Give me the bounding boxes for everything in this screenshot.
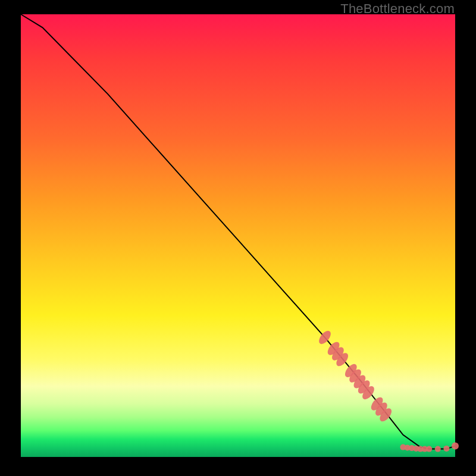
marker-highlight-flat (452, 442, 459, 449)
series-curve (21, 14, 455, 449)
marker-highlight-flat (435, 446, 441, 452)
marker-highlight-flat (443, 446, 449, 452)
chart-overlay (21, 14, 455, 457)
chart-frame: TheBottleneck.com (0, 0, 476, 476)
marker-highlight-flat (426, 446, 432, 452)
